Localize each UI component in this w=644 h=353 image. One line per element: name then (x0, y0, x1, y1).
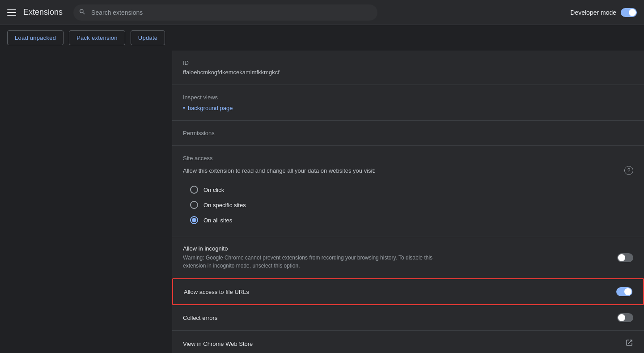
allow-incognito-toggle[interactable] (617, 253, 633, 262)
background-page-link[interactable]: background page (188, 105, 233, 111)
pack-extension-button[interactable]: Pack extension (69, 30, 125, 45)
site-access-title: Site access (183, 155, 633, 162)
collect-errors-toggle[interactable] (617, 313, 633, 322)
collect-errors-section: Collect errors (172, 305, 644, 331)
allow-file-urls-section: Allow access to file URLs (172, 278, 644, 305)
inspect-item: • background page (183, 104, 633, 111)
update-button[interactable]: Update (131, 30, 165, 45)
developer-mode-label: Developer mode (570, 9, 616, 16)
developer-mode-toggle[interactable] (621, 8, 637, 17)
view-in-store-label: View in Chrome Web Store (183, 340, 253, 347)
radio-circle-all-sites (190, 216, 198, 224)
main-content: ID ffaloebcmkogfdkemcekamlmfkkmgkcf Insp… (0, 51, 644, 353)
search-input[interactable] (73, 4, 377, 21)
allow-incognito-section: Allow in incognito Warning: Google Chrom… (172, 237, 644, 278)
site-access-desc: Allow this extension to read and change … (183, 167, 376, 174)
allow-incognito-desc: Warning: Google Chrome cannot prevent ex… (183, 254, 442, 270)
radio-circle-on-click (190, 186, 198, 194)
inspect-views-label: Inspect views (183, 94, 633, 101)
id-section: ID ffaloebcmkogfdkemcekamlmfkkmgkcf (172, 51, 644, 85)
site-access-section: Site access Allow this extension to read… (172, 146, 644, 237)
site-access-desc-row: Allow this extension to read and change … (183, 166, 633, 175)
toggle-thumb (629, 9, 636, 16)
inspect-views-section: Inspect views • background page (172, 85, 644, 121)
app-title: Extensions (23, 8, 63, 17)
collect-errors-label: Collect errors (183, 315, 217, 321)
id-label: ID (183, 60, 633, 66)
radio-specific-sites-label: On specific sites (203, 202, 246, 208)
allow-file-urls-label: Allow access to file URLs (184, 289, 249, 295)
allow-file-urls-toggle[interactable] (616, 287, 632, 296)
help-icon[interactable]: ? (624, 166, 633, 175)
left-panel (0, 51, 172, 353)
load-unpacked-button[interactable]: Load unpacked (7, 30, 64, 45)
allow-incognito-label: Allow in incognito (183, 245, 442, 252)
radio-on-click-label: On click (203, 187, 224, 193)
radio-on-specific-sites[interactable]: On specific sites (183, 197, 633, 213)
toggle-thumb (618, 254, 625, 261)
search-bar (73, 4, 377, 21)
permissions-section: Permissions (172, 121, 644, 146)
radio-on-all-sites[interactable]: On all sites (183, 213, 633, 228)
developer-mode-wrap: Developer mode (570, 8, 637, 17)
external-link-icon[interactable] (625, 339, 633, 349)
menu-icon[interactable] (7, 9, 16, 16)
toggle-thumb (618, 314, 625, 321)
toolbar: Load unpacked Pack extension Update (0, 25, 644, 51)
permissions-label: Permissions (183, 130, 633, 136)
bullet-icon: • (183, 104, 185, 111)
top-bar: Extensions Developer mode (0, 0, 644, 25)
toggle-thumb (624, 288, 631, 295)
right-panel: ID ffaloebcmkogfdkemcekamlmfkkmgkcf Insp… (172, 51, 644, 353)
search-icon (79, 8, 86, 17)
radio-on-click[interactable]: On click (183, 182, 633, 197)
radio-all-sites-label: On all sites (203, 217, 232, 224)
allow-incognito-text: Allow in incognito Warning: Google Chrom… (183, 245, 442, 270)
id-value: ffaloebcmkogfdkemcekamlmfkkmgkcf (183, 69, 633, 76)
radio-circle-specific (190, 201, 198, 209)
view-in-store-section: View in Chrome Web Store (172, 331, 644, 353)
